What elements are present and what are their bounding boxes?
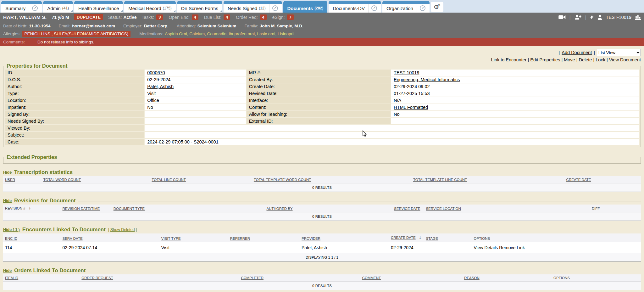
tab-documents[interactable]: Documents(282) <box>283 1 328 13</box>
counter-badge[interactable]: 4 <box>224 14 230 20</box>
add-document-link[interactable]: Add Document <box>562 50 592 55</box>
tab-health-surveillance[interactable]: Health Surveillance <box>74 1 123 13</box>
person-icon[interactable] <box>597 15 602 20</box>
video-camera-icon[interactable] <box>558 15 566 20</box>
property-value-link[interactable]: HTML Formatted <box>394 105 428 110</box>
tab-label: Documents <box>287 6 313 11</box>
orders-hide-link[interactable]: Hide <box>3 268 12 273</box>
tab-organization[interactable]: Organization↗ <box>382 1 430 13</box>
dropdown-fold-icon <box>70 10 73 12</box>
property-value-link[interactable]: Engineering, Medical Informatics <box>394 77 460 82</box>
empty-results-text: 0 RESULTS <box>3 281 641 290</box>
tab-medical-record[interactable]: Medical Record(175) <box>124 1 175 13</box>
counter-badge[interactable]: 3 <box>156 14 163 20</box>
revisions-header-row: REVISION #↧REVISION DATE/TIMEDOCUMENT TY… <box>3 205 641 212</box>
row-option-remove-link[interactable]: Remove Link <box>499 245 525 250</box>
property-row: Author:Patel, AshishCreate Date:02-29-20… <box>5 83 639 90</box>
view-mode-select[interactable]: List View <box>597 49 641 56</box>
column-header-label[interactable]: ORDER REQUEST <box>81 276 113 280</box>
gear-icon: ⚙ <box>437 3 441 7</box>
tab-summary[interactable]: Summary↗ <box>1 1 42 13</box>
transcription-title: Transcription statistics <box>14 169 73 176</box>
cell-stage <box>424 242 472 253</box>
property-value-link[interactable]: Patel, Ashish <box>147 84 174 89</box>
column-header-label[interactable]: AUTHORED BY <box>266 207 292 211</box>
counter-esign: eSign:7 <box>272 14 294 20</box>
column-header-label[interactable]: USER <box>5 178 15 182</box>
show-deleted-link[interactable]: Show Deleted <box>110 227 135 232</box>
divider: | <box>526 57 530 62</box>
property-value-link[interactable]: TEST-10019 <box>394 70 419 75</box>
property-label: Type: <box>5 90 144 97</box>
column-header-label[interactable]: PROVIDER <box>302 237 320 240</box>
property-label: Revised Date: <box>247 90 391 97</box>
column-header-label[interactable]: TOTAL WORD COUNT <box>43 178 81 182</box>
add-person-icon[interactable] <box>575 14 581 20</box>
revisions-title: Revisions for Document <box>14 198 76 204</box>
tab-admin[interactable]: Admin(41) <box>43 1 73 13</box>
column-header-label[interactable]: ITEM ID <box>5 276 18 280</box>
tab-settings-button[interactable]: ⚙⚙ <box>431 2 443 12</box>
duplicate-flag[interactable]: DUPLICATE <box>74 14 103 20</box>
action-link-to-encounter[interactable]: Link to Encounter <box>491 57 527 62</box>
column-header-label[interactable]: VISIT TYPE <box>161 237 181 240</box>
action-lock[interactable]: Lock <box>596 57 605 62</box>
column-header-create-date: CREATE DATE↧ <box>389 233 424 242</box>
column-header-label[interactable]: TOTAL TEMPLATE LINE COUNT <box>413 178 467 182</box>
tab-external-open[interactable]: ↗ <box>29 4 38 13</box>
counter-badge[interactable]: 4 <box>192 14 198 20</box>
revisions-section-header: Hide Revisions for Document <box>3 198 641 204</box>
tab-needs-signed[interactable]: Needs Signed(12)↗ <box>224 1 282 13</box>
column-header-label[interactable]: COMPLETED <box>241 276 264 280</box>
action-delete[interactable]: Delete <box>579 57 592 62</box>
tab-label: Needs Signed <box>228 6 257 11</box>
column-header-label[interactable]: TOTAL LINE COUNT <box>152 178 186 182</box>
transcription-hide-link[interactable]: Hide <box>3 170 12 175</box>
medications-value[interactable]: Aspirin Oral, Calcium, Coumadin, ibuprof… <box>165 31 294 36</box>
column-header-label[interactable]: REASON <box>464 276 480 280</box>
column-header-label[interactable]: REFERRER <box>230 237 250 240</box>
column-header-label[interactable]: REVISION # <box>5 206 25 210</box>
column-header-label[interactable]: REVISION DATE/TIME <box>63 207 100 211</box>
demographic-employer: Employer:Better Corp. <box>123 24 169 28</box>
lightning-icon[interactable] <box>590 14 594 20</box>
bar-chart-icon[interactable] <box>635 14 641 20</box>
sort-icon[interactable]: ↧ <box>419 235 422 240</box>
demographic-label: Email: <box>59 24 71 28</box>
column-header-label[interactable]: SERV DATE <box>63 237 83 240</box>
tab-label: Summary <box>5 6 25 11</box>
property-value-link[interactable]: 0000670 <box>147 70 165 75</box>
tab-external-open[interactable]: ↗ <box>269 4 278 13</box>
column-header-label[interactable]: STAGE <box>426 237 438 240</box>
encounters-hide-link[interactable]: Hide ( 1 ) <box>3 227 20 232</box>
column-header-label[interactable]: SERVICE DATE <box>394 207 420 211</box>
column-header-stage: STAGE <box>424 233 472 242</box>
tab-external-open[interactable]: ↗ <box>417 4 425 13</box>
tab-documents-dv[interactable]: Documents-DV↗ <box>329 1 381 13</box>
property-row: Viewed By: <box>5 125 639 131</box>
column-header-label[interactable]: SERVICE LOCATION <box>426 207 461 211</box>
revisions-hide-link[interactable]: Hide <box>3 199 12 203</box>
demographic-attending: Attending:Selenium Selenium <box>177 24 236 28</box>
action-move[interactable]: Move <box>564 57 575 62</box>
sort-icon[interactable]: ↧ <box>28 206 31 211</box>
column-header-label[interactable]: COMMENT <box>362 276 381 280</box>
row-option-view-details[interactable]: View Details <box>474 245 498 250</box>
column-header-label[interactable]: ENC ID <box>5 237 17 240</box>
column-header-label[interactable]: CREATE DATE <box>391 236 416 239</box>
tab-external-open[interactable]: ↗ <box>368 4 377 13</box>
counter-badge[interactable]: 7 <box>287 14 294 20</box>
tab-on-screen-forms[interactable]: On Screen Forms <box>177 1 222 13</box>
counter-badge[interactable]: 4 <box>260 14 267 20</box>
column-header-label[interactable]: DOCUMENT TYPE <box>114 207 145 211</box>
column-header-total-line-count: TOTAL LINE COUNT <box>150 176 252 183</box>
allergies-value[interactable]: PENICILLINS , SULFA(SULFONAMIDE ANTIBIOT… <box>22 31 131 37</box>
column-header-total-template-line-count: TOTAL TEMPLATE LINE COUNT <box>411 176 564 183</box>
action-edit-properties[interactable]: Edit Properties <box>530 57 560 62</box>
revisions-empty-row: 0 RESULTS <box>3 212 641 221</box>
transcription-section-header: Hide Transcription statistics <box>3 169 641 176</box>
column-header-label[interactable]: CREATE DATE <box>566 178 591 182</box>
cell-provider: Patel, Ashish <box>300 242 389 253</box>
column-header-label[interactable]: TOTAL TEMPLATE WORD COUNT <box>254 178 311 182</box>
action-view-document[interactable]: View Document <box>609 57 641 62</box>
